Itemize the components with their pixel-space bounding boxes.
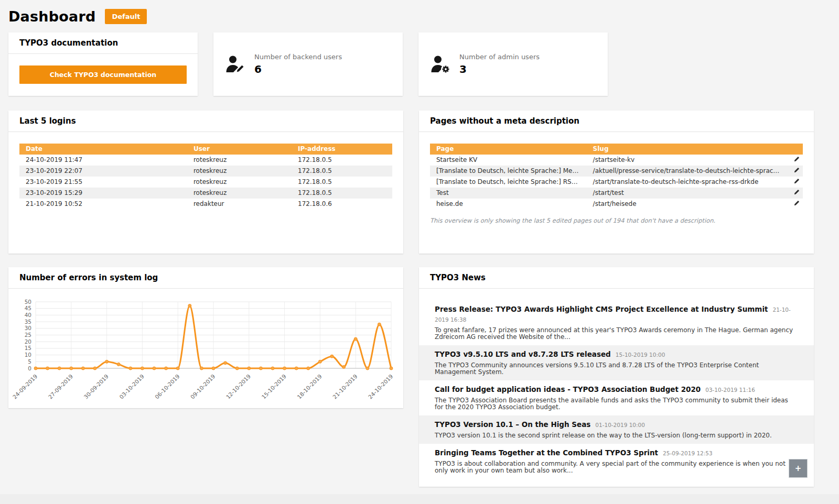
widget-title: Last 5 logins <box>8 111 403 132</box>
stat-label: Number of admin users <box>459 53 540 61</box>
svg-text:12-10-2019: 12-10-2019 <box>225 373 252 400</box>
column-header: Date <box>19 144 187 155</box>
widget-admin-users: Number of admin users 3 <box>418 32 608 96</box>
stat-value: 3 <box>459 63 540 75</box>
table-cell: roteskreuz <box>187 177 292 188</box>
widget-typo3-news: TYPO3 News Press Release: TYPO3 Awards H… <box>419 267 814 487</box>
svg-text:20: 20 <box>25 338 31 345</box>
svg-text:24-10-2019: 24-10-2019 <box>367 373 394 400</box>
stat-label: Number of backend users <box>254 53 342 61</box>
widget-backend-users: Number of backend users 6 <box>213 32 403 96</box>
svg-text:15-10-2019: 15-10-2019 <box>260 373 287 400</box>
table-cell: [Translate to Deutsch, leichte Sprache:]… <box>430 177 587 188</box>
table-row: [Translate to Deutsch, leichte Sprache:]… <box>430 166 803 177</box>
news-item: Bringing Teams Together at the Combined … <box>419 444 814 479</box>
table-cell: 23-10-2019 21:55 <box>19 177 187 188</box>
table-row: Test/start/test <box>430 188 803 199</box>
table-cell: Test <box>430 188 587 199</box>
table-cell: Startseite KV <box>430 155 587 166</box>
svg-text:25: 25 <box>25 332 31 338</box>
column-header: User <box>187 144 292 155</box>
news-item-text: To great fanfare, 17 prizes were announc… <box>435 327 798 341</box>
widget-pages-without-meta: Pages without a meta description PageSlu… <box>419 111 814 254</box>
table-cell: [Translate to Deutsch, leichte Sprache:]… <box>430 166 587 177</box>
logins-table-wrap: DateUserIP-address24-10-2019 11:47rotesk… <box>19 144 392 210</box>
edit-cell <box>788 177 803 188</box>
table-cell: /startseite-kv <box>587 155 788 166</box>
errors-line-chart: 24-09-201927-09-201930-09-201903-10-2019… <box>8 292 403 408</box>
table-cell: 172.18.0.5 <box>292 166 392 177</box>
edit-page-button[interactable] <box>794 189 800 197</box>
table-row: [Translate to Deutsch, leichte Sprache:]… <box>430 177 803 188</box>
add-widget-button[interactable]: + <box>789 459 808 478</box>
svg-text:50: 50 <box>25 299 31 305</box>
edit-cell <box>788 199 803 210</box>
table-cell: roteskreuz <box>187 188 292 199</box>
edit-page-button[interactable] <box>794 178 800 186</box>
news-item-title: Press Release: TYPO3 Awards Highlight CM… <box>435 305 768 313</box>
pages-meta-table: PageSlugStartseite KV/startseite-kv[Tran… <box>430 144 803 210</box>
table-row: heise.de/start/heisede <box>430 199 803 210</box>
edit-cell <box>788 188 803 199</box>
svg-text:30: 30 <box>25 325 31 331</box>
news-item-text: TYPO3 is about collaboration and communi… <box>435 461 798 474</box>
news-item-date: 01-10-2019 10:00 <box>595 422 645 428</box>
svg-text:24-09-2019: 24-09-2019 <box>12 373 39 400</box>
page-header: Dashboard Default <box>8 8 831 25</box>
news-item-text: The TYPO3 Association Board presents the… <box>435 397 798 411</box>
dashboard-tab-default[interactable]: Default <box>105 9 147 24</box>
svg-text:0: 0 <box>28 365 31 371</box>
pages-table-wrap: PageSlugStartseite KV/startseite-kv[Tran… <box>430 144 803 210</box>
svg-text:09-10-2019: 09-10-2019 <box>189 373 217 400</box>
news-list: Press Release: TYPO3 Awards Highlight CM… <box>419 289 814 479</box>
widgets-row-2: Last 5 logins DateUserIP-address24-10-20… <box>8 111 831 254</box>
edit-page-button[interactable] <box>794 156 800 164</box>
table-row: 24-10-2019 11:47roteskreuz172.18.0.5 <box>19 155 392 166</box>
svg-text:35: 35 <box>25 319 31 325</box>
table-cell: redakteur <box>187 199 292 210</box>
svg-text:5: 5 <box>28 358 31 365</box>
table-cell: 172.18.0.5 <box>292 188 392 199</box>
news-item-date: 25-09-2019 12:53 <box>663 450 713 456</box>
table-cell: roteskreuz <box>187 155 292 166</box>
news-item: TYPO3 v9.5.10 LTS and v8.7.28 LTS releas… <box>419 345 814 380</box>
widget-system-log-errors: Number of errors in system log 24-09-201… <box>8 267 403 408</box>
check-documentation-button[interactable]: Check TYPO3 documentation <box>19 65 187 84</box>
last-logins-table: DateUserIP-address24-10-2019 11:47rotesk… <box>19 144 392 210</box>
table-cell: /start/heisede <box>587 199 788 210</box>
admin-user-gear-icon <box>431 55 451 74</box>
page-title: Dashboard <box>8 8 95 25</box>
edit-cell <box>788 155 803 166</box>
table-row: 23-10-2019 22:07roteskreuz172.18.0.5 <box>19 166 392 177</box>
column-header-edit <box>788 144 803 155</box>
table-cell: 23-10-2019 22:07 <box>19 166 187 177</box>
dashboard-page: { "header": { "title": "Dashboard", "bad… <box>0 0 839 504</box>
news-item-text: The TYPO3 Community announces versions 9… <box>435 362 798 376</box>
column-header: Page <box>430 144 587 155</box>
stat-value: 6 <box>254 63 342 75</box>
table-cell: /aktuell/presse-service/translate-to-deu… <box>587 166 788 177</box>
edit-page-button[interactable] <box>794 167 800 175</box>
table-cell: 172.18.0.6 <box>292 199 392 210</box>
svg-text:10: 10 <box>25 352 31 358</box>
widget-title: TYPO3 documentation <box>8 32 198 54</box>
table-cell: 24-10-2019 11:47 <box>19 155 187 166</box>
backend-user-pencil-icon <box>225 55 246 74</box>
widget-last-logins: Last 5 logins DateUserIP-address24-10-20… <box>8 111 403 254</box>
news-item-title: Call for budget application ideas - TYPO… <box>435 385 701 393</box>
news-item-date: 03-10-2019 11:16 <box>705 387 755 393</box>
news-item-text: TYPO3 version 10.1 is the second sprint … <box>435 432 798 439</box>
pages-overview-note: This overview is only showing the last 5… <box>430 217 803 224</box>
table-row: 21-10-2019 10:52redakteur172.18.0.6 <box>19 199 392 210</box>
edit-cell <box>788 166 803 177</box>
news-item: Press Release: TYPO3 Awards Highlight CM… <box>419 300 814 345</box>
stat-text: Number of backend users 6 <box>254 53 342 75</box>
table-row: 23-10-2019 21:55roteskreuz172.18.0.5 <box>19 177 392 188</box>
svg-text:18-10-2019: 18-10-2019 <box>296 373 323 400</box>
svg-text:40: 40 <box>25 312 31 318</box>
bottom-strip <box>0 494 839 504</box>
table-row: 23-10-2019 15:29roteskreuz172.18.0.5 <box>19 188 392 199</box>
svg-text:30-09-2019: 30-09-2019 <box>82 373 110 400</box>
news-item-title: Bringing Teams Together at the Combined … <box>435 448 658 457</box>
edit-page-button[interactable] <box>794 200 800 208</box>
